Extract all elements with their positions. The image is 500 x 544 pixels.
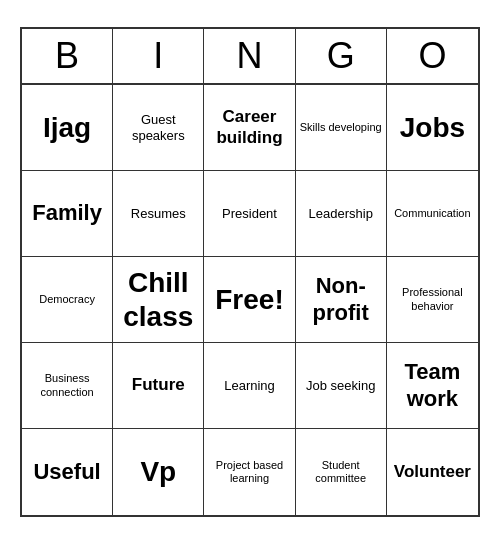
bingo-cell: Free! bbox=[204, 257, 295, 343]
bingo-letter: N bbox=[204, 29, 295, 83]
bingo-cell: Volunteer bbox=[387, 429, 478, 515]
bingo-cell: Ijag bbox=[22, 85, 113, 171]
bingo-cell: Learning bbox=[204, 343, 295, 429]
bingo-cell: Chill class bbox=[113, 257, 204, 343]
bingo-header: BINGO bbox=[22, 29, 478, 85]
bingo-cell: Family bbox=[22, 171, 113, 257]
bingo-cell: Professional behavior bbox=[387, 257, 478, 343]
bingo-cell: Business connection bbox=[22, 343, 113, 429]
bingo-letter: I bbox=[113, 29, 204, 83]
bingo-cell: President bbox=[204, 171, 295, 257]
bingo-cell: Democracy bbox=[22, 257, 113, 343]
bingo-letter: O bbox=[387, 29, 478, 83]
bingo-letter: B bbox=[22, 29, 113, 83]
bingo-cell: Career building bbox=[204, 85, 295, 171]
bingo-card: BINGO IjagGuest speakersCareer buildingS… bbox=[20, 27, 480, 517]
bingo-cell: Project based learning bbox=[204, 429, 295, 515]
bingo-cell: Skills developing bbox=[296, 85, 387, 171]
bingo-cell: Communication bbox=[387, 171, 478, 257]
bingo-cell: Resumes bbox=[113, 171, 204, 257]
bingo-cell: Non-profit bbox=[296, 257, 387, 343]
bingo-cell: Student committee bbox=[296, 429, 387, 515]
bingo-cell: Job seeking bbox=[296, 343, 387, 429]
bingo-cell: Future bbox=[113, 343, 204, 429]
bingo-letter: G bbox=[296, 29, 387, 83]
bingo-cell: Useful bbox=[22, 429, 113, 515]
bingo-cell: Vp bbox=[113, 429, 204, 515]
bingo-cell: Guest speakers bbox=[113, 85, 204, 171]
bingo-cell: Leadership bbox=[296, 171, 387, 257]
bingo-cell: Team work bbox=[387, 343, 478, 429]
bingo-cell: Jobs bbox=[387, 85, 478, 171]
bingo-grid: IjagGuest speakersCareer buildingSkills … bbox=[22, 85, 478, 515]
